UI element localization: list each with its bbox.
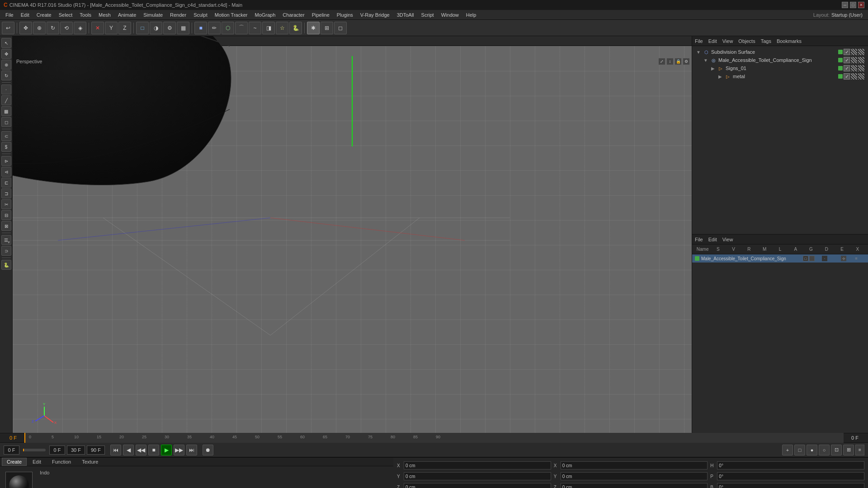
- tree-expand-4[interactable]: ▶: [717, 74, 723, 79]
- grid-btn[interactable]: ⊞: [321, 22, 333, 34]
- snap-btn[interactable]: ✱: [307, 22, 320, 34]
- coord-y-input[interactable]: [404, 472, 551, 480]
- menu-mograph[interactable]: MoGraph: [251, 11, 279, 19]
- spline-btn[interactable]: ⌒: [235, 22, 248, 34]
- attr-vis-box[interactable]: [809, 256, 815, 261]
- left-tool-18[interactable]: ▼☰: [1, 235, 11, 245]
- render-button[interactable]: ◑: [150, 22, 162, 34]
- render-queue-button[interactable]: ▦: [177, 22, 189, 34]
- tree-check-4[interactable]: ✓: [844, 73, 850, 80]
- left-move-tool[interactable]: ✥: [1, 49, 11, 59]
- menu-create[interactable]: Create: [33, 11, 55, 19]
- python-btn[interactable]: 🐍: [289, 22, 302, 34]
- left-tool-15[interactable]: ✂: [1, 199, 11, 209]
- play-reverse-button[interactable]: ◀◀: [136, 445, 146, 455]
- menu-motion-tracker[interactable]: Motion Tracker: [211, 11, 251, 19]
- om-menu-tags[interactable]: Tags: [761, 38, 771, 44]
- paint-btn[interactable]: ✏: [208, 22, 221, 34]
- viewport-expand-btn[interactable]: ⤢: [658, 58, 665, 65]
- close-button[interactable]: ✕: [858, 2, 864, 8]
- stop-button[interactable]: ■: [148, 445, 159, 455]
- menu-render[interactable]: Render: [166, 11, 190, 19]
- pb-icon-4[interactable]: ⊡: [831, 445, 842, 455]
- rotate-tool-button[interactable]: ↻: [47, 22, 59, 34]
- tab-texture[interactable]: Texture: [77, 458, 103, 466]
- coord-sz-input[interactable]: [561, 483, 708, 488]
- menu-character[interactable]: Character: [279, 11, 308, 19]
- material-preview-thumbnail[interactable]: [5, 472, 33, 488]
- playback-slider[interactable]: [23, 449, 46, 451]
- coord-z-input[interactable]: [404, 483, 551, 488]
- om-menu-edit[interactable]: Edit: [708, 38, 717, 44]
- tree-item-signs-01[interactable]: ▶ ▷ Signs_01 ✓: [694, 64, 866, 72]
- menu-simulate[interactable]: Simulate: [140, 11, 166, 19]
- am-menu-file[interactable]: File: [695, 237, 703, 242]
- rect-selection-button[interactable]: Y: [105, 22, 118, 34]
- left-tool-16[interactable]: ⊟: [1, 210, 11, 220]
- cube-btn[interactable]: ■: [194, 22, 207, 34]
- poly-selection-button[interactable]: Z: [118, 22, 131, 34]
- left-tool-19[interactable]: ⊃: [1, 246, 11, 256]
- menu-tools[interactable]: Tools: [76, 11, 95, 19]
- tree-item-subdivision-surface[interactable]: ▼ ⬡ Subdivision Surface ✓: [694, 48, 866, 56]
- light-btn[interactable]: ☆: [276, 22, 288, 34]
- menu-edit[interactable]: Edit: [17, 11, 33, 19]
- menu-pipeline[interactable]: Pipeline: [308, 11, 333, 19]
- goto-start-button[interactable]: ⏮: [110, 445, 121, 455]
- live-selection-button[interactable]: ✕: [91, 22, 104, 34]
- record-button[interactable]: ⏺: [203, 445, 213, 455]
- attribute-object-row[interactable]: Male_Accessible_Toilet_Compliance_Sign □…: [692, 254, 868, 263]
- object-mode-btn[interactable]: □: [136, 22, 149, 34]
- pb-icon-1[interactable]: +: [782, 445, 793, 455]
- menu-script[interactable]: Script: [418, 11, 438, 19]
- attr-extra-1[interactable]: ·: [822, 256, 827, 261]
- left-rotate-tool[interactable]: ↻: [1, 70, 11, 80]
- timeline-playhead[interactable]: [24, 433, 25, 443]
- am-menu-edit[interactable]: Edit: [708, 237, 717, 242]
- am-menu-view[interactable]: View: [722, 237, 733, 242]
- sculpt-btn[interactable]: ⬡: [222, 22, 234, 34]
- left-polys-btn[interactable]: ▩: [1, 106, 11, 116]
- pb-icon-5[interactable]: ⊞: [843, 445, 854, 455]
- pb-icon-3[interactable]: ○: [819, 445, 830, 455]
- playback-end-frame[interactable]: [87, 446, 105, 455]
- move-tool-button[interactable]: ✥: [19, 22, 32, 34]
- render-settings-button[interactable]: ⚙: [163, 22, 176, 34]
- coord-x-input[interactable]: [404, 461, 551, 469]
- object-mode-button[interactable]: ◈: [74, 22, 86, 34]
- tab-function[interactable]: Function: [47, 458, 76, 466]
- tree-item-metal[interactable]: ▶ ▷ metal ✓: [694, 72, 866, 80]
- scale-tool-button[interactable]: ⊕: [33, 22, 46, 34]
- om-menu-view[interactable]: View: [722, 38, 733, 44]
- left-tool-13[interactable]: ⊏: [1, 178, 11, 188]
- left-tool-9[interactable]: ⊂: [1, 131, 11, 141]
- coord-hx-input[interactable]: [717, 461, 864, 469]
- om-menu-objects[interactable]: Objects: [738, 38, 755, 44]
- om-menu-bookmarks[interactable]: Bookmarks: [777, 38, 802, 44]
- menu-select[interactable]: Select: [55, 11, 76, 19]
- menu-animate[interactable]: Animate: [114, 11, 140, 19]
- pb-icon-2[interactable]: □: [794, 445, 805, 455]
- transform-tool-button[interactable]: ⟲: [60, 22, 73, 34]
- tab-edit[interactable]: Edit: [28, 458, 46, 466]
- om-menu-file[interactable]: File: [695, 38, 703, 44]
- next-frame-button[interactable]: ▶▶: [174, 445, 184, 455]
- minimize-button[interactable]: ─: [842, 2, 848, 8]
- tree-check-2[interactable]: ✓: [844, 57, 850, 63]
- left-points-btn[interactable]: ·: [1, 84, 11, 94]
- workplane-btn[interactable]: ◻: [334, 22, 347, 34]
- left-tool-12[interactable]: ⊲: [1, 167, 11, 177]
- coord-sx-input[interactable]: [561, 461, 708, 469]
- undo-button[interactable]: ↩: [2, 22, 14, 34]
- playback-start-frame[interactable]: [4, 446, 19, 455]
- viewport-config-btn[interactable]: ⚙: [683, 58, 690, 65]
- deform-btn[interactable]: ~: [249, 22, 261, 34]
- goto-end-button[interactable]: ⏭: [186, 445, 197, 455]
- left-tool-10[interactable]: $: [1, 142, 11, 152]
- prev-frame-button[interactable]: ◀: [123, 445, 134, 455]
- tree-expand-2[interactable]: ▼: [703, 58, 708, 63]
- left-edges-btn[interactable]: ╱: [1, 95, 11, 105]
- camera-btn[interactable]: ◨: [262, 22, 275, 34]
- menu-vray-bridge[interactable]: V-Ray Bridge: [357, 11, 393, 19]
- viewport[interactable]: View Cameras Display Options Filter Pane…: [13, 36, 692, 433]
